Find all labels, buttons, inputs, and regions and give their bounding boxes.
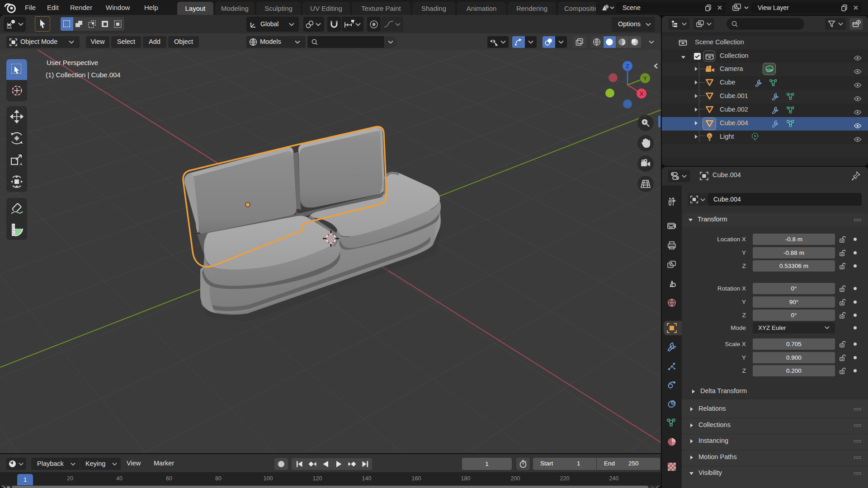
svg-text:Z: Z (626, 63, 629, 70)
svg-text:Y: Y (643, 75, 647, 82)
svg-text:X: X (640, 91, 643, 97)
